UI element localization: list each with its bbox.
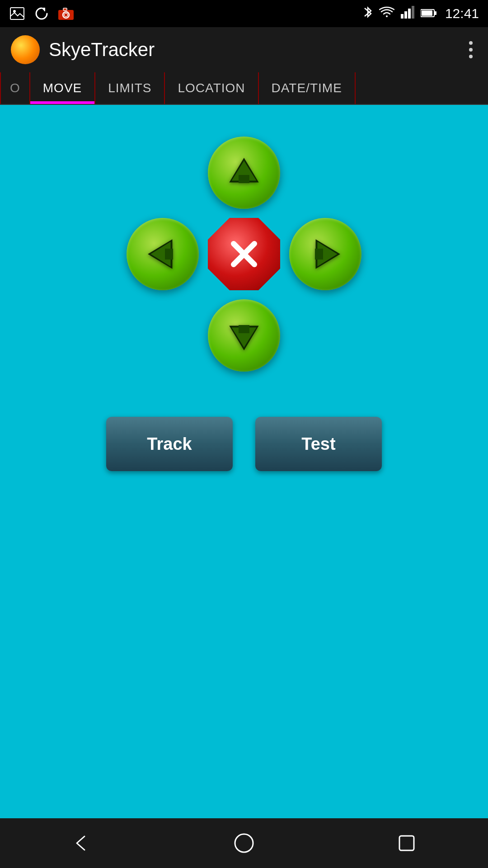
- tab-limits[interactable]: LIMITS: [95, 72, 165, 104]
- bluetooth-icon: [363, 5, 373, 23]
- track-button[interactable]: Track: [106, 417, 233, 471]
- battery-icon: [421, 7, 437, 21]
- tab-datetime[interactable]: DATE/TIME: [259, 72, 356, 104]
- nav-recents-button[interactable]: [389, 825, 425, 861]
- test-button[interactable]: Test: [255, 417, 382, 471]
- svg-rect-15: [239, 175, 249, 183]
- status-icons-right: 12:41: [363, 5, 479, 23]
- dpad-right-button[interactable]: [289, 218, 361, 290]
- overflow-menu-button[interactable]: [465, 37, 477, 63]
- dpad-container: [122, 132, 366, 376]
- status-time: 12:41: [445, 6, 479, 21]
- tab-go[interactable]: O: [0, 72, 30, 104]
- status-icons-left: [9, 5, 74, 22]
- action-buttons: Track Test: [106, 417, 382, 471]
- svg-rect-28: [399, 836, 414, 850]
- tab-move[interactable]: MOVE: [30, 72, 95, 104]
- svg-rect-11: [422, 10, 432, 16]
- svg-rect-5: [63, 8, 67, 10]
- signal-icon: [401, 6, 414, 22]
- svg-rect-18: [165, 249, 173, 259]
- dpad-left-button[interactable]: [127, 218, 199, 290]
- app-logo: [11, 35, 40, 64]
- tab-bar: O MOVE LIMITS LOCATION DATE/TIME: [0, 72, 488, 105]
- svg-rect-0: [10, 8, 24, 19]
- svg-point-3: [63, 12, 69, 18]
- svg-point-27: [235, 834, 253, 852]
- svg-rect-6: [401, 14, 404, 19]
- dpad-stop-button[interactable]: [208, 218, 280, 290]
- refresh-icon: [33, 5, 50, 22]
- app-header: SkyeTracker: [0, 27, 488, 72]
- nav-bar: [0, 818, 488, 868]
- nav-back-button[interactable]: [63, 825, 99, 861]
- svg-rect-23: [315, 249, 323, 259]
- svg-rect-12: [434, 11, 436, 15]
- dpad-row-down: [203, 295, 285, 376]
- tab-location[interactable]: LOCATION: [165, 72, 258, 104]
- dpad-up-button[interactable]: [208, 137, 280, 209]
- dpad-down-button[interactable]: [208, 299, 280, 372]
- wifi-icon: [379, 6, 394, 21]
- nav-home-button[interactable]: [226, 825, 262, 861]
- svg-rect-7: [404, 11, 407, 19]
- image-icon: [9, 5, 25, 22]
- dpad-row-middle: [122, 213, 366, 295]
- camera-icon: [58, 5, 74, 22]
- svg-rect-26: [239, 325, 249, 333]
- svg-rect-9: [412, 6, 414, 19]
- app-header-left: SkyeTracker: [11, 35, 155, 64]
- status-bar: 12:41: [0, 0, 488, 27]
- svg-rect-8: [408, 9, 411, 19]
- dpad-row-up: [203, 132, 285, 213]
- main-content: Track Test: [0, 105, 488, 818]
- app-title: SkyeTracker: [49, 39, 155, 61]
